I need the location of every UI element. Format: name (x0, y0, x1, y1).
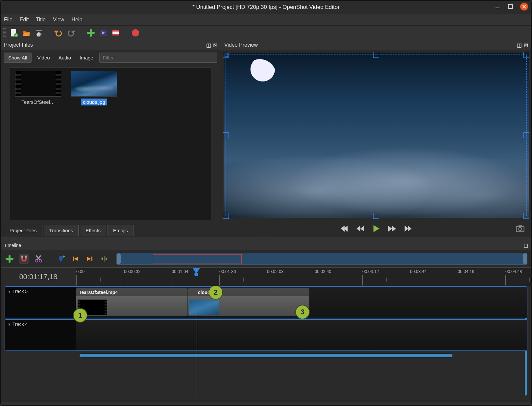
annotation-badge: 2 (208, 286, 223, 300)
minimize-button[interactable] (494, 3, 501, 10)
timecode-display: 00:01:17,18 (1, 268, 76, 286)
fast-forward-icon[interactable] (387, 224, 397, 234)
close-panel-icon[interactable]: ⊠ (524, 42, 528, 48)
title-bar: * Untitled Project [HD 720p 30 fps] - Op… (1, 1, 531, 14)
close-button[interactable] (520, 3, 528, 11)
filter-audio[interactable]: Audio (56, 53, 74, 62)
svg-rect-29 (91, 257, 92, 261)
preview-frame (224, 53, 529, 218)
center-playhead-icon[interactable] (99, 254, 109, 264)
ruler-tick: 00:02:40 (315, 269, 331, 274)
playhead-marker[interactable] (192, 268, 200, 274)
svg-rect-30 (104, 256, 105, 261)
playback-controls (221, 221, 531, 237)
rewind-icon[interactable] (356, 224, 365, 234)
timeline-ruler[interactable]: 0:0000:00:3200:01:0400:01:3600:02:0800:0… (76, 268, 531, 286)
tab-effects[interactable]: Effects (80, 225, 106, 236)
file-item[interactable]: clouds.jpg (69, 71, 119, 105)
svg-point-15 (132, 29, 139, 36)
menu-view[interactable]: View (53, 17, 64, 23)
track-header[interactable]: ▾ Track 4 (5, 320, 76, 350)
close-panel-icon[interactable]: ⊠ (213, 42, 217, 48)
file-label: clouds.jpg (81, 99, 107, 105)
timeline-panel-title: Timeline ◫ (1, 240, 531, 250)
track-row: ▾ Track 4 (5, 319, 527, 351)
menu-file[interactable]: File (4, 17, 12, 23)
new-project-icon[interactable] (9, 28, 18, 37)
svg-point-17 (519, 227, 521, 230)
timeline-toolbar: + (1, 250, 531, 267)
show-all-button[interactable]: Show All (4, 53, 32, 63)
file-item[interactable]: TearsOfSteel… (13, 71, 63, 105)
tab-project-files[interactable]: Project Files (4, 225, 42, 236)
jump-end-icon[interactable] (403, 224, 412, 234)
chevron-down-icon[interactable]: ▾ (8, 289, 11, 294)
track-content[interactable] (76, 320, 527, 350)
horizontal-splitter[interactable] (1, 237, 531, 240)
add-track-icon[interactable] (5, 254, 14, 264)
save-project-icon[interactable] (34, 28, 43, 37)
tracks-area: ▾ Track 5 TearsOfSteel.mp4 clouds.jpg (1, 286, 531, 402)
export-icon[interactable] (131, 28, 140, 37)
detach-panel-icon[interactable]: ◫ (206, 42, 211, 48)
import-files-icon[interactable] (86, 28, 95, 37)
ruler-tick: 0:00 (76, 269, 85, 274)
svg-rect-22 (25, 256, 27, 258)
overview-region[interactable] (153, 254, 242, 263)
filter-video[interactable]: Video (35, 53, 53, 62)
snap-icon[interactable] (19, 254, 29, 264)
app-window: * Untitled Project [HD 720p 30 fps] - Op… (0, 0, 532, 406)
track-header[interactable]: ▾ Track 5 (5, 287, 76, 318)
menu-help[interactable]: Help (71, 17, 82, 23)
bottom-splitter[interactable] (1, 402, 531, 405)
filter-image[interactable]: Image (77, 53, 96, 62)
detach-panel-icon[interactable]: ◫ (517, 42, 522, 48)
timeline-clip[interactable]: TearsOfSteel.mp4 (76, 288, 188, 316)
clip-label: TearsOfSteel.mp4 (76, 288, 187, 296)
file-label: TearsOfSteel… (19, 99, 57, 105)
timeline-clip[interactable]: clouds.jpg (188, 288, 309, 316)
add-marker-icon[interactable]: + (56, 254, 66, 264)
next-marker-icon[interactable] (85, 254, 95, 264)
snapshot-icon[interactable] (516, 224, 525, 234)
undo-icon[interactable] (54, 28, 63, 37)
svg-rect-21 (21, 256, 23, 258)
prev-marker-icon[interactable] (70, 254, 80, 264)
timeline-overview[interactable] (116, 253, 527, 265)
ruler-tick: 00:04:48 (505, 269, 522, 274)
maximize-button[interactable] (507, 3, 514, 10)
menu-edit[interactable]: Edit (20, 17, 29, 23)
ruler-tick: 00:04:16 (458, 269, 474, 274)
horizontal-scrollbar[interactable] (80, 353, 452, 358)
play-icon[interactable] (372, 224, 381, 234)
redo-icon[interactable] (66, 28, 76, 37)
razor-icon[interactable] (34, 254, 43, 264)
svg-rect-14 (112, 34, 119, 35)
tab-transitions[interactable]: Transitions (44, 225, 79, 236)
left-panel-tabs: Project Files Transitions Effects Emojis (1, 223, 221, 237)
project-files-panel-title: Project Files ◫ ⊠ (1, 40, 221, 50)
annotation-badge: 1 (73, 308, 87, 323)
file-thumbnail (15, 71, 61, 97)
ruler-tick: 00:03:12 (362, 269, 379, 274)
track-label: Track 5 (12, 289, 28, 294)
clip-label: clouds.jpg (188, 288, 309, 296)
tab-emojis[interactable]: Emojis (108, 225, 133, 236)
detach-panel-icon[interactable]: ◫ (524, 243, 528, 248)
ruler-tick: 00:02:08 (267, 269, 284, 274)
menu-title[interactable]: Title (36, 17, 46, 23)
chevron-down-icon[interactable]: ▾ (8, 322, 11, 327)
fullscreen-icon[interactable] (111, 28, 120, 37)
open-project-icon[interactable] (22, 28, 31, 37)
filter-input[interactable] (99, 53, 217, 63)
toolbar-grip[interactable] (3, 28, 6, 37)
svg-rect-28 (73, 257, 74, 261)
playhead-line[interactable] (197, 286, 197, 395)
profile-icon[interactable] (99, 28, 108, 37)
project-files-area[interactable]: TearsOfSteel… clouds.jpg (10, 67, 211, 220)
window-title: * Untitled Project [HD 720p 30 fps] - Op… (192, 4, 340, 11)
svg-rect-13 (112, 30, 119, 32)
jump-start-icon[interactable] (340, 224, 349, 234)
video-preview[interactable] (224, 53, 529, 218)
svg-text:+: + (62, 255, 65, 259)
